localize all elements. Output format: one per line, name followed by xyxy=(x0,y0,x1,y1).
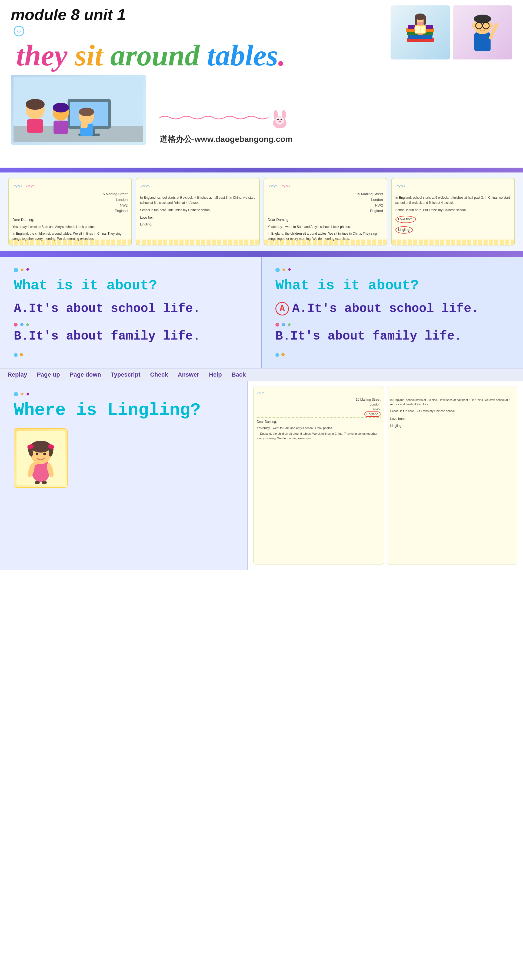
closing-highlighted: Love from, xyxy=(396,216,416,223)
separator-bar-2 xyxy=(0,251,523,257)
lingling-character xyxy=(14,428,68,488)
replay-button[interactable]: Replay xyxy=(5,371,29,379)
transcript-button[interactable]: Typescript xyxy=(109,371,143,379)
slide2-right-panel: What is it about? A A.It's about school … xyxy=(261,257,523,368)
slide3-right-panel: 15 Marling Street London NW2 England Dea… xyxy=(248,381,523,570)
slide2-section: What is it about? A.It's about school li… xyxy=(0,257,523,368)
page-up-button[interactable]: Page up xyxy=(35,371,62,379)
england-highlight: England xyxy=(364,412,381,417)
slide2-left-bottom-deco xyxy=(14,353,248,357)
letter-card-2: In England, school starts at 9 o'clock. … xyxy=(136,178,259,245)
top-photos-area xyxy=(391,5,512,59)
svg-rect-41 xyxy=(81,123,84,128)
letter-card-4: In England, school starts at 9 o'clock. … xyxy=(391,178,515,245)
svg-rect-63 xyxy=(35,481,40,484)
card1-address: 15 Marling Street London NW2 England xyxy=(13,191,127,215)
slide2-right-option-a: A A.It's about school life. xyxy=(275,302,509,316)
svg-point-37 xyxy=(53,103,69,113)
letter-cards-section: 15 Marling Street London NW2 England Dea… xyxy=(0,172,523,251)
svg-rect-8 xyxy=(415,17,417,25)
slide2-right-option-b: B.It's about family life. xyxy=(275,329,509,343)
check-button[interactable]: Check xyxy=(148,371,170,379)
svg-point-48 xyxy=(281,119,282,120)
svg-point-21 xyxy=(472,23,475,28)
svg-point-62 xyxy=(33,461,38,465)
svg-rect-9 xyxy=(424,17,426,25)
letter-card-1: 15 Marling Street London NW2 England Dea… xyxy=(8,178,132,245)
slide3-section: Where is Lingling? xyxy=(0,381,523,570)
svg-point-46 xyxy=(275,116,284,125)
answer-button[interactable]: Answer xyxy=(176,371,201,379)
slide1-bottom: 道格办公-www.daogebangong.com xyxy=(11,75,512,145)
help-button[interactable]: Help xyxy=(207,371,224,379)
back-button[interactable]: Back xyxy=(229,371,248,379)
boy-glasses-photo xyxy=(453,5,512,59)
svg-point-34 xyxy=(26,99,45,110)
slide1-title-slide: module 8 unit 1 ☺ they sit around tables… xyxy=(0,0,523,168)
separator-bar-1 xyxy=(0,168,523,172)
watermark: 道格办公-www.daogebangong.com xyxy=(159,134,512,145)
letter-card-3: 15 Marling Street London NW2 England Dea… xyxy=(264,178,387,245)
slide3-title: Where is Lingling? xyxy=(14,401,234,420)
slide1-right-content: 道格办公-www.daogebangong.com xyxy=(154,107,512,145)
slide2-left-dots xyxy=(14,323,248,326)
svg-rect-42 xyxy=(84,123,87,128)
slide3-letter-left: 15 Marling Street London NW2 England Dea… xyxy=(253,387,384,565)
slide3-letter-right: In England, school starts at 9 o'clock. … xyxy=(387,387,517,565)
svg-point-58 xyxy=(36,453,38,455)
page-down-button[interactable]: Page down xyxy=(68,371,103,379)
slide2-right-dots xyxy=(275,323,509,326)
slide2-left-question: What is it about? xyxy=(14,278,248,294)
svg-rect-64 xyxy=(42,481,47,484)
svg-rect-36 xyxy=(54,121,68,134)
slide3-left-panel: Where is Lingling? xyxy=(0,381,248,570)
name-highlighted: Lingling. xyxy=(396,226,413,234)
slide2-right-bottom-deco xyxy=(275,353,509,357)
slide2-left-option-b: B.It's about family life. xyxy=(14,329,248,343)
svg-point-22 xyxy=(490,23,493,28)
svg-point-14 xyxy=(474,14,491,23)
slide2-left-deco xyxy=(14,268,248,272)
svg-point-49 xyxy=(279,121,281,122)
card3-address: 15 Marling Street London NW2 England xyxy=(268,191,383,215)
svg-rect-33 xyxy=(27,119,43,133)
slide2-left-option-a: A.It's about school life. xyxy=(14,302,248,316)
control-bar: Replay Page up Page down Typescript Chec… xyxy=(0,368,523,381)
svg-point-40 xyxy=(79,108,94,116)
svg-point-47 xyxy=(277,119,279,120)
kids-computer-photo xyxy=(11,75,146,145)
slide2-right-deco xyxy=(275,268,509,272)
slide2-left-panel: What is it about? A.It's about school li… xyxy=(0,257,261,368)
girl-reading-photo xyxy=(391,5,450,59)
slide2-right-question: What is it about? xyxy=(275,278,509,294)
svg-point-59 xyxy=(43,453,46,455)
answer-a-circle: A xyxy=(275,302,289,315)
svg-text:☺: ☺ xyxy=(16,28,22,34)
svg-rect-12 xyxy=(474,32,491,51)
